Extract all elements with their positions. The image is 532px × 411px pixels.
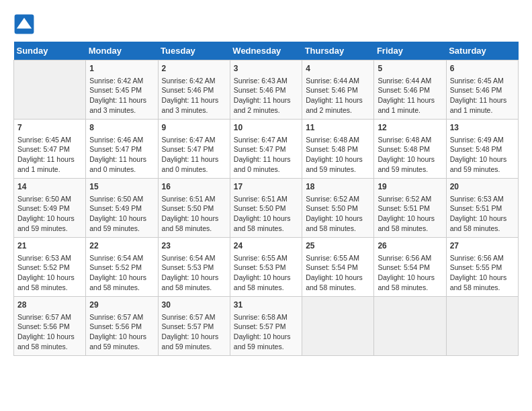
day-number: 25 [306,240,370,252]
day-info: Sunrise: 6:48 AM Sunset: 5:48 PM Dayligh… [378,135,442,175]
calendar-cell: 13Sunrise: 6:49 AM Sunset: 5:48 PM Dayli… [446,120,518,179]
calendar-week-3: 14Sunrise: 6:50 AM Sunset: 5:49 PM Dayli… [14,179,519,238]
day-number: 13 [450,122,515,134]
calendar-week-5: 28Sunrise: 6:57 AM Sunset: 5:56 PM Dayli… [14,297,519,356]
calendar-cell: 18Sunrise: 6:52 AM Sunset: 5:50 PM Dayli… [302,179,374,238]
day-number: 7 [17,122,82,134]
day-info: Sunrise: 6:45 AM Sunset: 5:46 PM Dayligh… [450,76,515,116]
day-info: Sunrise: 6:48 AM Sunset: 5:48 PM Dayligh… [306,135,370,175]
day-number: 27 [450,240,515,252]
day-info: Sunrise: 6:53 AM Sunset: 5:51 PM Dayligh… [450,194,515,234]
calendar-cell: 20Sunrise: 6:53 AM Sunset: 5:51 PM Dayli… [446,179,518,238]
calendar-cell: 23Sunrise: 6:54 AM Sunset: 5:53 PM Dayli… [158,238,230,297]
header [13,13,519,35]
day-info: Sunrise: 6:56 AM Sunset: 5:54 PM Dayligh… [378,253,442,293]
day-number: 15 [89,181,154,193]
calendar-cell [14,60,86,120]
day-info: Sunrise: 6:54 AM Sunset: 5:53 PM Dayligh… [162,253,226,293]
weekday-header-wednesday: Wednesday [230,42,302,60]
day-info: Sunrise: 6:57 AM Sunset: 5:56 PM Dayligh… [89,312,154,352]
day-number: 20 [450,181,515,193]
calendar-cell: 28Sunrise: 6:57 AM Sunset: 5:56 PM Dayli… [14,297,86,356]
calendar-cell: 4Sunrise: 6:44 AM Sunset: 5:46 PM Daylig… [302,60,374,120]
weekday-header-tuesday: Tuesday [158,42,230,60]
day-info: Sunrise: 6:50 AM Sunset: 5:49 PM Dayligh… [17,194,82,234]
logo-icon [13,13,35,35]
day-number: 21 [17,240,82,252]
day-number: 10 [234,122,298,134]
weekday-header-friday: Friday [374,42,446,60]
day-number: 14 [17,181,82,193]
calendar-cell [302,297,374,356]
calendar-cell: 31Sunrise: 6:58 AM Sunset: 5:57 PM Dayli… [230,297,302,356]
calendar-cell: 1Sunrise: 6:42 AM Sunset: 5:45 PM Daylig… [86,60,158,120]
weekday-header-monday: Monday [86,42,158,60]
calendar-cell: 6Sunrise: 6:45 AM Sunset: 5:46 PM Daylig… [446,60,518,120]
calendar-cell: 3Sunrise: 6:43 AM Sunset: 5:46 PM Daylig… [230,60,302,120]
calendar-cell: 30Sunrise: 6:57 AM Sunset: 5:57 PM Dayli… [158,297,230,356]
weekday-header-sunday: Sunday [14,42,86,60]
day-number: 11 [306,122,370,134]
day-number: 31 [234,300,298,311]
day-info: Sunrise: 6:53 AM Sunset: 5:52 PM Dayligh… [17,253,82,293]
calendar-cell: 24Sunrise: 6:55 AM Sunset: 5:53 PM Dayli… [230,238,302,297]
calendar-cell: 10Sunrise: 6:47 AM Sunset: 5:47 PM Dayli… [230,120,302,179]
day-number: 5 [378,63,442,75]
calendar-cell: 21Sunrise: 6:53 AM Sunset: 5:52 PM Dayli… [14,238,86,297]
day-number: 22 [89,240,154,252]
day-info: Sunrise: 6:42 AM Sunset: 5:46 PM Dayligh… [162,76,226,116]
day-number: 4 [306,63,370,75]
weekday-header-row: SundayMondayTuesdayWednesdayThursdayFrid… [14,42,519,60]
calendar-cell: 14Sunrise: 6:50 AM Sunset: 5:49 PM Dayli… [14,179,86,238]
calendar-cell: 25Sunrise: 6:55 AM Sunset: 5:54 PM Dayli… [302,238,374,297]
day-info: Sunrise: 6:55 AM Sunset: 5:54 PM Dayligh… [306,253,370,293]
day-info: Sunrise: 6:43 AM Sunset: 5:46 PM Dayligh… [234,76,298,116]
calendar-cell: 7Sunrise: 6:45 AM Sunset: 5:47 PM Daylig… [14,120,86,179]
day-number: 1 [89,63,154,75]
day-info: Sunrise: 6:44 AM Sunset: 5:46 PM Dayligh… [378,76,442,116]
day-number: 9 [162,122,226,134]
weekday-header-thursday: Thursday [302,42,374,60]
day-info: Sunrise: 6:46 AM Sunset: 5:47 PM Dayligh… [89,135,154,175]
day-info: Sunrise: 6:42 AM Sunset: 5:45 PM Dayligh… [89,76,154,116]
day-number: 24 [234,240,298,252]
day-info: Sunrise: 6:44 AM Sunset: 5:46 PM Dayligh… [306,76,370,116]
calendar-table: SundayMondayTuesdayWednesdayThursdayFrid… [13,42,519,356]
day-info: Sunrise: 6:55 AM Sunset: 5:53 PM Dayligh… [234,253,298,293]
calendar-cell: 17Sunrise: 6:51 AM Sunset: 5:50 PM Dayli… [230,179,302,238]
day-number: 2 [162,63,226,75]
calendar-cell: 19Sunrise: 6:52 AM Sunset: 5:51 PM Dayli… [374,179,446,238]
calendar-cell: 22Sunrise: 6:54 AM Sunset: 5:52 PM Dayli… [86,238,158,297]
day-info: Sunrise: 6:49 AM Sunset: 5:48 PM Dayligh… [450,135,515,175]
day-number: 30 [162,300,226,311]
calendar-cell: 15Sunrise: 6:50 AM Sunset: 5:49 PM Dayli… [86,179,158,238]
page-container: SundayMondayTuesdayWednesdayThursdayFrid… [13,13,519,356]
day-number: 8 [89,122,154,134]
calendar-week-4: 21Sunrise: 6:53 AM Sunset: 5:52 PM Dayli… [14,238,519,297]
day-number: 23 [162,240,226,252]
day-info: Sunrise: 6:52 AM Sunset: 5:50 PM Dayligh… [306,194,370,234]
calendar-cell: 9Sunrise: 6:47 AM Sunset: 5:47 PM Daylig… [158,120,230,179]
day-number: 18 [306,181,370,193]
day-number: 16 [162,181,226,193]
logo [13,13,38,35]
day-info: Sunrise: 6:56 AM Sunset: 5:55 PM Dayligh… [450,253,515,293]
calendar-cell: 8Sunrise: 6:46 AM Sunset: 5:47 PM Daylig… [86,120,158,179]
day-number: 26 [378,240,442,252]
calendar-cell: 2Sunrise: 6:42 AM Sunset: 5:46 PM Daylig… [158,60,230,120]
day-info: Sunrise: 6:45 AM Sunset: 5:47 PM Dayligh… [17,135,82,175]
day-number: 19 [378,181,442,193]
day-info: Sunrise: 6:57 AM Sunset: 5:57 PM Dayligh… [162,312,226,352]
calendar-cell: 11Sunrise: 6:48 AM Sunset: 5:48 PM Dayli… [302,120,374,179]
day-number: 17 [234,181,298,193]
calendar-cell: 12Sunrise: 6:48 AM Sunset: 5:48 PM Dayli… [374,120,446,179]
weekday-header-saturday: Saturday [446,42,518,60]
calendar-week-2: 7Sunrise: 6:45 AM Sunset: 5:47 PM Daylig… [14,120,519,179]
day-info: Sunrise: 6:51 AM Sunset: 5:50 PM Dayligh… [162,194,226,234]
calendar-cell: 27Sunrise: 6:56 AM Sunset: 5:55 PM Dayli… [446,238,518,297]
day-info: Sunrise: 6:51 AM Sunset: 5:50 PM Dayligh… [234,194,298,234]
calendar-cell: 16Sunrise: 6:51 AM Sunset: 5:50 PM Dayli… [158,179,230,238]
day-info: Sunrise: 6:58 AM Sunset: 5:57 PM Dayligh… [234,312,298,352]
day-info: Sunrise: 6:50 AM Sunset: 5:49 PM Dayligh… [89,194,154,234]
calendar-cell: 29Sunrise: 6:57 AM Sunset: 5:56 PM Dayli… [86,297,158,356]
